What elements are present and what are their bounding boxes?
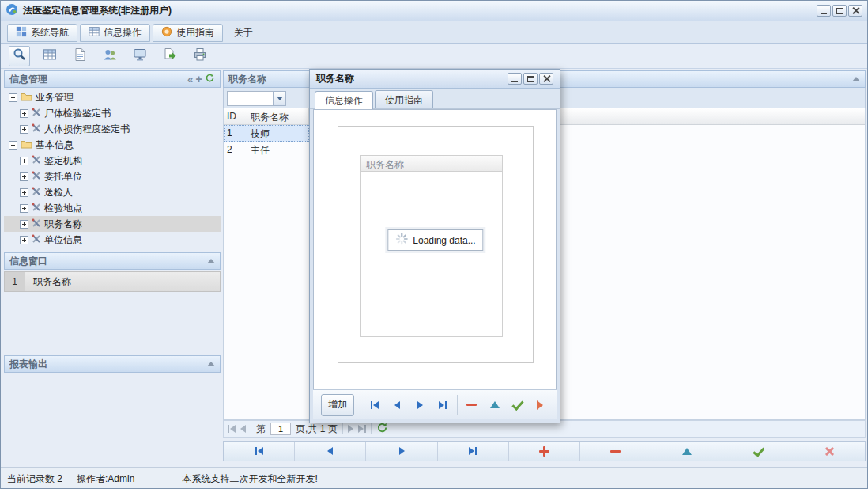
first-record-button[interactable] (366, 396, 383, 415)
expand-expander-icon[interactable] (20, 125, 28, 134)
dialog-close-button[interactable] (539, 73, 553, 85)
first-page-button[interactable] (228, 425, 236, 433)
report-output-panel-header[interactable]: 报表输出 (4, 355, 221, 373)
expand-expander-icon[interactable] (20, 157, 28, 165)
tab-system-nav[interactable]: 系统导航 (7, 24, 77, 42)
expand-expander-icon[interactable] (20, 236, 28, 244)
tree-item-injury-degree-report[interactable]: 人体损伤程度鉴定书 (4, 121, 221, 137)
info-window-item[interactable]: 1 职务名称 (4, 271, 221, 292)
prev-record-button[interactable] (389, 396, 406, 415)
dialog-titlebar[interactable]: 职务名称 (310, 70, 560, 89)
confirm-button[interactable] (723, 442, 794, 461)
tab-info-ops[interactable]: 信息操作 (80, 24, 150, 42)
remove-record-button[interactable] (580, 442, 651, 461)
dialog-tab-user-guide[interactable]: 使用指南 (375, 90, 433, 108)
minimize-button[interactable] (817, 5, 831, 17)
minimize-icon (511, 81, 518, 82)
expand-expander-icon[interactable] (20, 109, 28, 118)
collapse-left-icon[interactable] (187, 74, 193, 85)
record-actions-bar (223, 441, 866, 461)
tree-item-submitter[interactable]: 送检人 (4, 184, 221, 200)
next-record-button[interactable] (366, 442, 437, 461)
table-button[interactable] (39, 46, 60, 66)
status-bar: 当前记录数 2 操作者:Admin 本系统支持二次开发和全新开发! (1, 467, 867, 489)
column-header-name[interactable]: 职务名称 (247, 108, 309, 124)
clock-icon (161, 26, 172, 40)
refresh-icon[interactable] (205, 73, 215, 85)
add-button[interactable]: 增加 (321, 394, 354, 416)
users-button[interactable] (99, 46, 120, 66)
forward-button[interactable] (531, 396, 549, 415)
remove-record-button[interactable] (463, 396, 481, 415)
up-triangle-icon (682, 448, 692, 455)
dialog-minimize-button[interactable] (508, 73, 522, 85)
add-record-button[interactable] (509, 442, 580, 461)
panel-collapse-icon[interactable] (852, 77, 860, 82)
info-window-panel-header[interactable]: 信息窗口 (4, 252, 221, 270)
tab-about[interactable]: 关于 (225, 24, 262, 42)
tree-item-position-name[interactable]: 职务名称 (4, 216, 221, 232)
move-up-button[interactable] (651, 442, 723, 461)
tree-item-entrusting-unit[interactable]: 委托单位 (4, 169, 221, 184)
maximize-button[interactable] (832, 5, 847, 17)
tree-item-appraisal-org[interactable]: 鉴定机构 (4, 153, 221, 169)
folder-icon (21, 139, 32, 151)
tree-item-basic-info[interactable]: 基本信息 (4, 137, 221, 153)
printer-button[interactable] (189, 46, 210, 66)
prev-record-button[interactable] (295, 442, 366, 461)
refresh-button[interactable] (376, 422, 388, 436)
close-icon (543, 75, 550, 82)
cell-name: 技师 (247, 125, 309, 142)
last-page-button[interactable] (358, 425, 366, 433)
record-count-text: 当前记录数 2 (7, 472, 62, 486)
column-header-id[interactable]: ID (224, 108, 247, 124)
new-document-button[interactable] (69, 46, 90, 66)
next-page-button[interactable] (348, 425, 353, 433)
tree-item-label: 鉴定机构 (44, 154, 82, 168)
expand-expander-icon[interactable] (20, 220, 28, 229)
panel-title: 信息管理 (9, 73, 47, 86)
chevron-down-icon (277, 97, 283, 100)
tool-icon (32, 218, 41, 230)
table-row[interactable]: 2 主任 (224, 142, 309, 158)
move-up-button[interactable] (486, 396, 504, 415)
tab-user-guide[interactable]: 使用指南 (153, 24, 223, 42)
export-button[interactable] (159, 46, 180, 66)
position-name-dialog: 职务名称 信息操作 使用指南 职务名称 Loading data... (309, 69, 560, 423)
combo-trigger-button[interactable] (273, 91, 286, 106)
add-icon[interactable] (195, 74, 202, 85)
tree-item-label: 业务管理 (36, 91, 74, 104)
cancel-button[interactable] (794, 442, 865, 461)
last-record-button[interactable] (438, 442, 509, 461)
dialog-maximize-button[interactable] (523, 73, 538, 85)
search-button[interactable] (9, 46, 30, 66)
page-number-input[interactable] (270, 423, 291, 435)
expand-expander-icon[interactable] (20, 204, 28, 213)
tab-label: 信息操作 (325, 94, 363, 108)
table-row[interactable]: 1 技师 (224, 125, 309, 142)
dialog-tab-info-ops[interactable]: 信息操作 (315, 91, 373, 109)
check-icon (753, 447, 764, 456)
expand-expander-icon[interactable] (20, 188, 28, 197)
forward-chevron-icon (537, 400, 543, 410)
filter-combo-input[interactable] (227, 91, 273, 106)
confirm-button[interactable] (508, 396, 526, 415)
expand-expander-icon[interactable] (20, 172, 28, 181)
monitor-button[interactable] (129, 46, 150, 66)
collapse-expander-icon[interactable] (9, 93, 17, 102)
close-button[interactable] (848, 5, 862, 17)
dialog-grid-column-header[interactable]: 职务名称 (361, 156, 502, 172)
first-record-button[interactable] (224, 442, 295, 461)
tool-icon (32, 187, 41, 199)
tree-item-unit-info[interactable]: 单位信息 (4, 232, 221, 248)
prev-page-button[interactable] (240, 425, 246, 433)
tree-item-corpse-exam-report[interactable]: 尸体检验鉴定书 (4, 105, 221, 121)
last-record-button[interactable] (434, 396, 451, 415)
next-record-button[interactable] (411, 396, 428, 415)
info-management-panel-header[interactable]: 信息管理 (4, 70, 221, 88)
tree-item-business-management[interactable]: 业务管理 (4, 89, 221, 105)
panel-collapse-icon[interactable] (207, 362, 215, 366)
tree-item-exam-location[interactable]: 检验地点 (4, 200, 221, 216)
collapse-expander-icon[interactable] (9, 141, 17, 150)
panel-collapse-icon[interactable] (207, 259, 215, 263)
